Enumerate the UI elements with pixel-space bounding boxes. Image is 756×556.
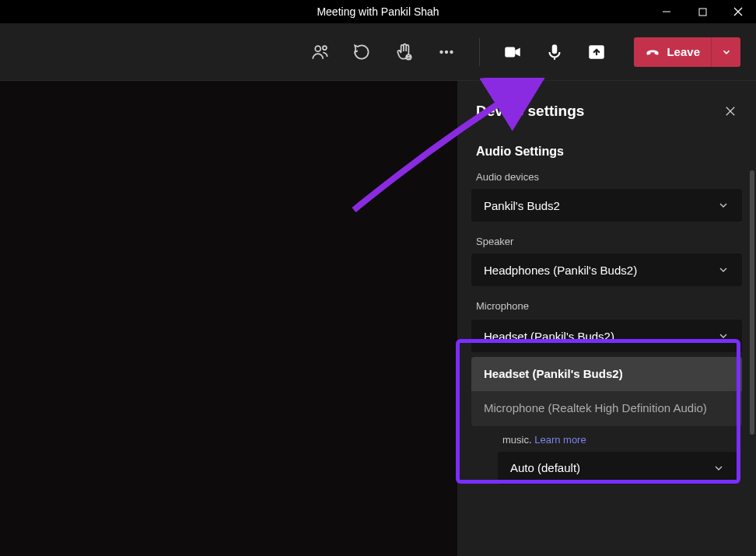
svg-point-7	[408, 56, 408, 57]
close-button[interactable]	[720, 0, 756, 23]
audio-settings-heading: Audio Settings	[476, 145, 737, 159]
chevron-down-icon	[717, 264, 730, 276]
svg-point-8	[410, 56, 411, 57]
chevron-down-icon	[717, 199, 730, 212]
audio-devices-label: Audio devices	[476, 171, 737, 183]
meeting-toolbar: Leave	[0, 23, 756, 81]
svg-rect-13	[552, 44, 558, 54]
microphone-dropdown: Headset (Pankil's Buds2) Microphone (Rea…	[471, 357, 742, 426]
noise-suppression-value: Auto (default)	[510, 461, 580, 474]
leave-button[interactable]: Leave	[634, 37, 711, 67]
learn-more-link[interactable]: Learn more	[534, 434, 586, 446]
window-title: Meeting with Pankil Shah	[317, 5, 439, 18]
mic-option-selected[interactable]: Headset (Pankil's Buds2)	[471, 357, 742, 391]
content-area: Device settings Audio Settings Audio dev…	[0, 81, 756, 556]
svg-point-5	[323, 46, 327, 50]
participants-icon[interactable]	[305, 37, 336, 68]
noise-suppression-hint: music. Learn more	[502, 434, 742, 446]
svg-rect-12	[506, 47, 516, 57]
raise-hand-icon[interactable]	[389, 37, 420, 68]
maximize-button[interactable]	[684, 0, 720, 23]
microphone-label: Microphone	[476, 300, 737, 312]
noise-suppression-select[interactable]: Auto (default)	[498, 452, 737, 484]
close-panel-button[interactable]	[723, 104, 737, 118]
minimize-button[interactable]	[649, 0, 684, 23]
share-screen-icon[interactable]	[581, 37, 612, 68]
microphone-icon[interactable]	[539, 37, 570, 68]
chat-icon[interactable]	[347, 37, 378, 68]
leave-button-group: Leave	[634, 37, 740, 67]
leave-label: Leave	[667, 45, 700, 58]
svg-rect-1	[699, 9, 706, 16]
close-icon	[723, 104, 737, 118]
chevron-down-icon	[721, 47, 732, 58]
microphone-select[interactable]: Headset (Pankil's Buds2)	[471, 320, 742, 352]
svg-point-11	[450, 50, 453, 53]
mic-option[interactable]: Microphone (Realtek High Definition Audi…	[471, 391, 742, 425]
svg-point-9	[440, 50, 443, 53]
speaker-select[interactable]: Headphones (Pankil's Buds2)	[471, 254, 742, 286]
window-controls	[649, 0, 756, 23]
device-settings-panel: Device settings Audio Settings Audio dev…	[457, 81, 756, 556]
hangup-icon	[645, 44, 660, 60]
titlebar: Meeting with Pankil Shah	[0, 0, 756, 23]
svg-point-4	[316, 46, 321, 51]
svg-point-10	[445, 50, 448, 53]
camera-icon[interactable]	[497, 37, 528, 68]
audio-devices-value: Pankil's Buds2	[484, 199, 560, 212]
speaker-label: Speaker	[476, 236, 737, 247]
microphone-value: Headset (Pankil's Buds2)	[484, 330, 614, 343]
more-options-icon[interactable]	[431, 37, 462, 68]
audio-devices-select[interactable]: Pankil's Buds2	[471, 189, 742, 222]
panel-title: Device settings	[476, 103, 584, 120]
chevron-down-icon	[712, 462, 725, 474]
leave-options-button[interactable]	[711, 37, 740, 67]
speaker-value: Headphones (Pankil's Buds2)	[484, 264, 637, 277]
chevron-down-icon	[717, 330, 730, 342]
video-stage	[0, 81, 457, 556]
toolbar-separator	[479, 38, 480, 66]
